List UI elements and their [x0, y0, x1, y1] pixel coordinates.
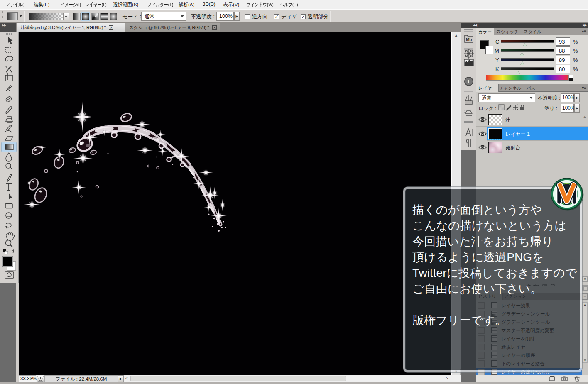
svg-text:i: i [468, 78, 470, 85]
svg-text:Mb: Mb [466, 37, 472, 42]
